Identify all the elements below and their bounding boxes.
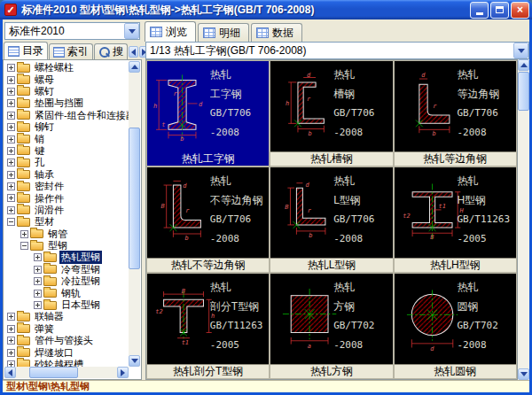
expand-icon[interactable] xyxy=(7,182,15,190)
expand-icon[interactable] xyxy=(7,123,15,131)
tree-item[interactable]: 钢轨 xyxy=(4,287,129,298)
expand-icon[interactable] xyxy=(7,159,15,167)
collapse-icon[interactable] xyxy=(7,218,15,226)
tile-equal-angle[interactable]: dbr热轧等边角钢GB/T706-2008热轧等边角钢 xyxy=(395,61,516,166)
tile-t-steel[interactable]: Bht2t1热轧剖分T型钢GB/T11263-2005热轧剖分T型钢 xyxy=(147,274,269,378)
tile-text-line: -2008 xyxy=(210,123,268,143)
expand-icon[interactable] xyxy=(7,88,15,96)
tree-vertical-scrollbar[interactable] xyxy=(129,61,140,367)
tree-item[interactable]: 日本型钢 xyxy=(4,299,129,311)
item-selector[interactable]: 1/13 热轧工字钢(GB/T 706-2008) xyxy=(145,42,529,59)
tab-scroll-left-icon[interactable] xyxy=(129,46,138,58)
tile-l-steel[interactable]: Bbdr热轧L型钢GB/T706-2008热轧L型钢 xyxy=(270,167,392,272)
tree-item[interactable]: 型材 xyxy=(4,216,129,228)
expand-icon[interactable] xyxy=(34,290,42,298)
expand-icon[interactable] xyxy=(7,64,15,72)
expand-icon[interactable] xyxy=(7,76,15,84)
tree-item[interactable]: 紧固件-组合件和连接副 xyxy=(4,110,129,121)
tree-item[interactable]: 热轧型钢 xyxy=(4,252,129,263)
library-select[interactable]: 标准件2010 xyxy=(4,22,140,40)
svg-text:h: h xyxy=(286,100,289,107)
tile-square[interactable]: a热轧方钢GB/T702-2008热轧方钢 xyxy=(270,274,392,378)
tree-item[interactable]: 型钢 xyxy=(4,240,129,252)
grid-vertical-scrollbar[interactable] xyxy=(518,59,529,380)
tree-item[interactable]: 螺栓螺柱 xyxy=(4,62,129,74)
expand-icon[interactable] xyxy=(7,360,15,367)
tree-horizontal-scrollbar[interactable] xyxy=(4,367,129,378)
svg-text:t1: t1 xyxy=(182,339,189,346)
tile-drawing-area: d热轧圆钢GB/T702-2008 xyxy=(395,274,516,364)
tile-round[interactable]: d热轧圆钢GB/T702-2008热轧圆钢 xyxy=(395,274,516,378)
tree-item[interactable]: 弹簧 xyxy=(4,323,129,335)
expand-icon[interactable] xyxy=(7,194,15,202)
tile-unequal-angle[interactable]: Bbdr热轧不等边角钢GB/T706-2008热轧不等边角钢 xyxy=(147,167,269,272)
sidebar-tab-catalog[interactable]: 目录 xyxy=(4,42,48,59)
collapse-icon[interactable] xyxy=(20,242,28,250)
scrollbar-thumb[interactable] xyxy=(29,367,78,378)
svg-text:d: d xyxy=(183,182,187,190)
folder-icon xyxy=(43,277,57,286)
close-button[interactable]: × xyxy=(511,2,529,19)
expand-icon[interactable] xyxy=(34,277,42,285)
tree-panel: 螺栓螺柱螺母螺钉垫圈与挡圈紧固件-组合件和连接副铆钉销键孔轴承密封件操作件润滑件… xyxy=(3,59,142,380)
tree-item[interactable]: 键 xyxy=(4,145,129,157)
tile-text-line: 热轧 xyxy=(457,277,514,297)
tree-item[interactable]: 冷拉型钢 xyxy=(4,275,129,287)
tree-item[interactable]: 联轴器 xyxy=(4,311,129,322)
folder-icon xyxy=(43,265,57,274)
chevron-down-icon[interactable] xyxy=(513,43,528,58)
expand-icon[interactable] xyxy=(20,230,28,238)
view-tab-data[interactable]: 数据 xyxy=(251,23,302,42)
tree-item[interactable]: 管件与管接头 xyxy=(4,335,129,346)
chevron-down-icon[interactable] xyxy=(124,23,139,39)
sidebar-tab-index[interactable]: 索引 xyxy=(49,43,93,59)
expand-icon[interactable] xyxy=(7,337,15,345)
tree-item[interactable]: 螺钉 xyxy=(4,86,129,97)
tile-caption: 热轧圆钢 xyxy=(395,364,516,378)
expand-icon[interactable] xyxy=(7,112,15,120)
scroll-left-icon[interactable] xyxy=(4,367,16,378)
scroll-up-icon[interactable] xyxy=(518,59,529,71)
tree-item[interactable]: 冷弯型钢 xyxy=(4,264,129,275)
tree-item[interactable]: 砂轮越程槽 xyxy=(4,359,129,367)
tree-item[interactable]: 螺母 xyxy=(4,74,129,85)
scroll-right-icon[interactable] xyxy=(117,367,129,378)
scroll-up-icon[interactable] xyxy=(129,61,140,73)
scroll-down-icon[interactable] xyxy=(129,355,140,367)
tree-item[interactable]: 密封件 xyxy=(4,181,129,192)
expand-icon[interactable] xyxy=(7,313,15,321)
expand-icon[interactable] xyxy=(7,171,15,179)
tile-h-beam[interactable]: HBt2t1热轧H型钢GB/T11263-2005热轧H型钢 xyxy=(395,167,516,272)
expand-icon[interactable] xyxy=(7,136,15,143)
tree-item[interactable]: 钢管 xyxy=(4,228,129,239)
expand-icon[interactable] xyxy=(7,206,15,214)
minimize-button[interactable] xyxy=(470,2,489,19)
scrollbar-thumb[interactable] xyxy=(518,72,529,111)
scroll-down-icon[interactable] xyxy=(518,368,529,380)
sidebar-tab-search[interactable]: 搜 xyxy=(94,43,128,59)
sidebar-tab-label: 索引 xyxy=(67,44,89,59)
tree-item[interactable]: 操作件 xyxy=(4,192,129,204)
tree-item[interactable]: 铆钉 xyxy=(4,121,129,133)
tree-item[interactable]: 轴承 xyxy=(4,169,129,181)
expand-icon[interactable] xyxy=(34,301,42,309)
tree-item[interactable]: 孔 xyxy=(4,157,129,168)
expand-icon[interactable] xyxy=(34,266,42,274)
maximize-button[interactable] xyxy=(490,2,509,19)
expand-icon[interactable] xyxy=(7,325,15,333)
view-tab-browse[interactable]: 浏览 xyxy=(145,21,196,42)
tree-item[interactable]: 垫圈与挡圈 xyxy=(4,97,129,109)
minimize-icon xyxy=(476,12,483,15)
expand-icon[interactable] xyxy=(7,99,15,107)
tile-channel[interactable]: hbdr热轧槽钢GB/T706-2008热轧槽钢 xyxy=(270,61,392,166)
tile-i-beam[interactable]: hbdtr热轧工字钢GB/T706-2008热轧工字钢 xyxy=(147,61,269,166)
expand-icon[interactable] xyxy=(7,147,15,155)
view-tab-detail[interactable]: 明细 xyxy=(198,23,249,42)
scrollbar-thumb[interactable] xyxy=(129,128,140,269)
tree-item[interactable]: 润滑件 xyxy=(4,205,129,216)
tile-text-block: 热轧工字钢GB/T706-2008 xyxy=(210,65,268,143)
tree-item[interactable]: 销 xyxy=(4,133,129,144)
expand-icon[interactable] xyxy=(7,349,15,357)
tree-item[interactable]: 焊缝坡口 xyxy=(4,346,129,358)
expand-icon[interactable] xyxy=(34,253,42,261)
